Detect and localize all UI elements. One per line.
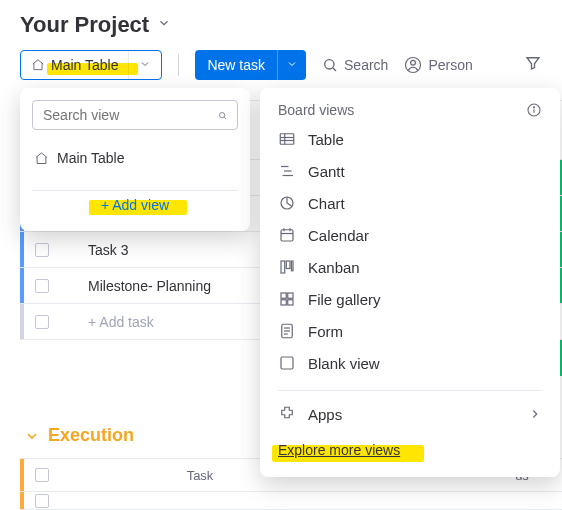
apps-row[interactable]: Apps [278,390,542,423]
svg-line-1 [333,68,336,71]
kanban-icon [278,258,296,276]
home-icon [34,151,49,166]
view-label: Calendar [308,227,369,244]
person-label: Person [428,57,472,73]
svg-line-5 [224,117,226,119]
board-views-panel: Board views Table Gantt Chart Calendar K… [260,88,560,477]
new-task-label: New task [195,51,277,79]
explore-more-views[interactable]: Explore more views [278,442,400,458]
chevron-right-icon [528,407,542,421]
add-view-button[interactable]: + Add view [101,197,169,213]
new-task-dropdown[interactable] [277,50,306,80]
svg-rect-32 [281,357,293,369]
view-label: Form [308,323,343,340]
search-icon [322,57,338,73]
chevron-down-icon[interactable] [24,428,40,444]
current-view-selector[interactable]: Main Table [20,50,162,80]
view-option-form[interactable]: Form [278,322,542,340]
add-task[interactable]: + Add task [60,314,260,330]
row-checkbox[interactable] [35,279,49,293]
panel-heading: Board views [278,102,354,118]
task-name[interactable]: Task 3 [60,242,260,258]
title-chevron-icon[interactable] [157,16,171,34]
svg-point-3 [411,60,416,65]
task-name[interactable]: Milestone- Planning [60,278,260,294]
svg-rect-21 [281,261,285,273]
view-label: Table [308,131,344,148]
select-all-checkbox[interactable] [35,468,49,482]
gantt-icon [278,162,296,180]
view-option-kanban[interactable]: Kanban [278,258,542,276]
row-checkbox[interactable] [35,494,49,508]
view-option-calendar[interactable]: Calendar [278,226,542,244]
gallery-icon [278,290,296,308]
calendar-icon [278,226,296,244]
svg-rect-26 [281,300,286,305]
apps-label: Apps [308,406,342,423]
view-option-chart[interactable]: Chart [278,194,542,212]
page-title: Your Project [20,12,149,38]
search-icon [218,108,227,123]
view-label: Chart [308,195,345,212]
view-option-file-gallery[interactable]: File gallery [278,290,542,308]
search-view-field[interactable] [32,100,238,130]
search-label: Search [344,57,388,73]
view-label: Blank view [308,355,380,372]
view-option-blank[interactable]: Blank view [278,354,542,372]
row-checkbox[interactable] [35,315,49,329]
new-task-button[interactable]: New task [195,50,306,80]
view-option-gantt[interactable]: Gantt [278,162,542,180]
divider [178,54,179,76]
search-button[interactable]: Search [322,57,388,73]
view-label: Kanban [308,259,360,276]
row-checkbox[interactable] [35,243,49,257]
view-option-main-table[interactable]: Main Table [32,142,238,190]
svg-rect-27 [288,300,293,305]
svg-rect-23 [292,261,294,271]
svg-point-0 [325,60,334,69]
form-icon [278,322,296,340]
person-button[interactable]: Person [404,56,472,74]
svg-rect-9 [280,134,294,145]
view-dropdown-toggle[interactable] [128,51,161,79]
home-icon [31,58,45,72]
section-title[interactable]: Execution [48,425,134,446]
current-view-label: Main Table [51,57,118,73]
person-icon [404,56,422,74]
table-icon [278,130,296,148]
svg-point-8 [533,107,534,108]
view-option-table[interactable]: Table [278,130,542,148]
filter-icon[interactable] [524,54,542,76]
svg-point-4 [220,112,225,117]
chart-icon [278,194,296,212]
blank-icon [278,354,296,372]
svg-rect-25 [288,293,293,298]
svg-rect-22 [286,261,290,269]
search-view-input[interactable] [43,107,218,123]
info-icon[interactable] [526,102,542,118]
apps-icon [278,405,296,423]
view-dropdown-panel: Main Table + Add view [20,88,250,231]
view-label: Gantt [308,163,345,180]
svg-rect-24 [281,293,286,298]
svg-rect-17 [281,230,293,241]
view-option-label: Main Table [57,150,124,166]
view-label: File gallery [308,291,381,308]
